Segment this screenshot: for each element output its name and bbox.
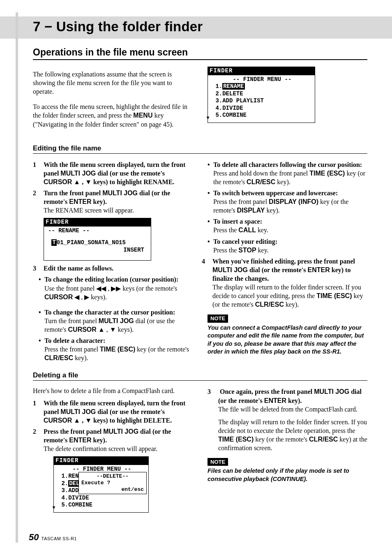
delete-confirm-screenshot: FINDER -- FINDER MENU -- 1.REN 2.DEL 3.A… bbox=[53, 456, 149, 513]
chapter-title: 7 − Using the folder finder bbox=[33, 19, 392, 35]
note-label: NOTE bbox=[208, 314, 228, 322]
intro-left: The following explanations assume that t… bbox=[33, 63, 193, 135]
editing-right-col: • To delete all characters following the… bbox=[208, 158, 367, 363]
deleting-intro: Here's how to delete a file from a Compa… bbox=[33, 386, 193, 395]
edit-step-3: 3 Edit the name as follows. bbox=[33, 264, 193, 273]
step-follow: The file will be deleted from the Compac… bbox=[218, 405, 367, 414]
delete-overlay: --DELETE-- Execute ? ent/esc bbox=[78, 472, 147, 495]
step-number: 3 bbox=[208, 387, 218, 413]
screenshot-item-3: 3.ADD PLAYLIST bbox=[212, 97, 312, 105]
intro-para-1: The following explanations assume that t… bbox=[33, 70, 193, 96]
step-number: 4 bbox=[202, 257, 212, 309]
step-number: 1 bbox=[33, 399, 44, 425]
edit-step-4: 4 When you've finished editing, press th… bbox=[202, 257, 367, 309]
menu-key-label: MENU bbox=[133, 112, 152, 119]
intro-right: FINDER -- FINDER MENU -- 1.RENAME 2.DELE… bbox=[208, 63, 367, 135]
page-number: 50 bbox=[29, 532, 39, 543]
editing-columns: 1 With the file menu screen displayed, t… bbox=[33, 158, 367, 363]
intro-columns: The following explanations assume that t… bbox=[33, 63, 367, 135]
editing-subheading: Editing the file name bbox=[33, 144, 367, 154]
del-step-3: 3 Once again, press the front panel MULT… bbox=[208, 387, 367, 413]
step-number: 1 bbox=[33, 160, 44, 186]
edit-step-1: 1 With the file menu screen displayed, t… bbox=[33, 160, 193, 186]
step-follow: The delete confirmation screen will appe… bbox=[44, 444, 193, 453]
screenshot-item-1: 1.RENAME bbox=[212, 83, 312, 90]
deleting-columns: Here's how to delete a file from a Compa… bbox=[33, 385, 367, 516]
screenshot-header: FINDER bbox=[54, 457, 148, 465]
editing-left-col: 1 With the file menu screen displayed, t… bbox=[33, 158, 193, 363]
del-step-2: 2 Press the front panel MULTI JOG dial (… bbox=[33, 427, 193, 453]
rename-screenshot: FINDER -- RENAME -- T01_PIANO_SONATA_NO1… bbox=[44, 218, 151, 261]
del-extra-para: The display will return to the folder fi… bbox=[218, 418, 367, 452]
bullet-insert-space: • To insert a space: Press the CALL key. bbox=[208, 217, 367, 234]
screenshot-header: FINDER bbox=[44, 218, 151, 227]
deleting-right-col: 3 Once again, press the front panel MULT… bbox=[208, 385, 367, 516]
screenshot-filename: T01_PIANO_SONATA_NO15 bbox=[48, 239, 148, 247]
step-number: 2 bbox=[33, 427, 44, 453]
down-arrow-icon: ▾ bbox=[207, 115, 209, 121]
bullet-delete-following: • To delete all characters following the… bbox=[208, 160, 367, 186]
note-label: NOTE bbox=[208, 458, 228, 466]
step-follow: The RENAME screen will appear. bbox=[44, 206, 193, 215]
note-1-text: You can connect a CompactFlash card dire… bbox=[208, 324, 367, 356]
step-number: 2 bbox=[33, 189, 44, 215]
intro-text-a: To access the file menu screen, highligh… bbox=[33, 103, 187, 119]
intro-para-2: To access the file menu screen, highligh… bbox=[33, 102, 193, 128]
step-number: 3 bbox=[33, 264, 44, 273]
note-2-text: Files can be deleted only if the play mo… bbox=[208, 467, 367, 483]
page-content: 7 − Using the folder finder Operations i… bbox=[0, 0, 392, 516]
bullet-change-location: • To change the editing location (cursor… bbox=[39, 275, 193, 301]
screenshot-row-4: 4.DIVIDE bbox=[58, 495, 146, 502]
left-margin-bar bbox=[16, 12, 18, 543]
footer: 50 TASCAM SS-R1 bbox=[29, 532, 77, 543]
bullet-delete-char: • To delete a character: Press the front… bbox=[39, 336, 193, 362]
chapter-title-banner: 7 − Using the folder finder bbox=[0, 16, 392, 39]
section-title: Operations in the file menu screen bbox=[33, 47, 367, 60]
finder-menu-screenshot: FINDER -- FINDER MENU -- 1.RENAME 2.DELE… bbox=[208, 67, 315, 123]
footer-text: TASCAM SS-R1 bbox=[41, 536, 76, 541]
screenshot-item-4: 4.DIVIDE bbox=[212, 105, 312, 112]
down-arrow-icon: ▾ bbox=[53, 504, 55, 511]
bullet-cancel-edit: • To cancel your editing: Press the STOP… bbox=[208, 237, 367, 254]
screenshot-header: FINDER bbox=[208, 67, 315, 75]
screenshot-row-5: 5.COMBINE bbox=[58, 502, 146, 509]
deleting-left-col: Here's how to delete a file from a Compa… bbox=[33, 385, 193, 516]
screenshot-title: -- FINDER MENU -- bbox=[212, 76, 312, 83]
screenshot-insert: INSERT bbox=[48, 247, 148, 254]
del-step-1: 1 With the file menu screen displayed, t… bbox=[33, 399, 193, 425]
deleting-subheading: Deleting a file bbox=[33, 371, 367, 381]
screenshot-item-2: 2.DELETE bbox=[212, 90, 312, 98]
edit-step-2: 2 Turn the front panel MULTI JOG dial (o… bbox=[33, 189, 193, 215]
screenshot-item-5: 5.COMBINE bbox=[212, 112, 312, 119]
bullet-case-switch: • To switch between uppercase and lowerc… bbox=[208, 189, 367, 215]
bullet-change-character: • To change the character at the cursor … bbox=[39, 308, 193, 334]
screenshot-title: -- RENAME -- bbox=[48, 227, 148, 235]
